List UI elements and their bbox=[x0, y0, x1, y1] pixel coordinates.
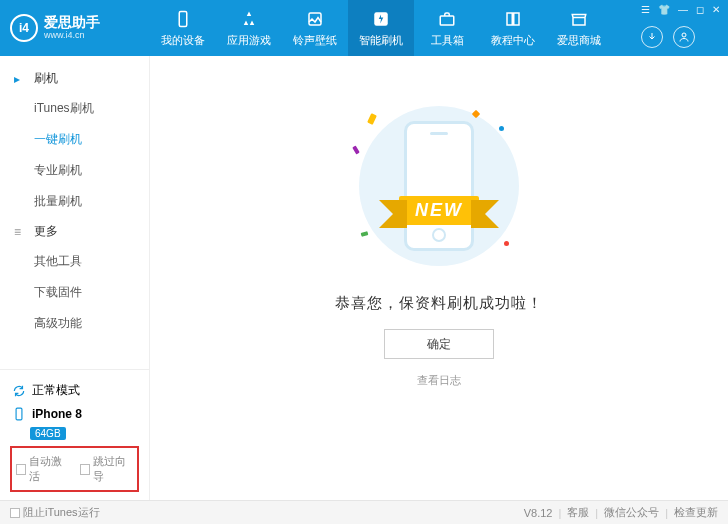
flash-icon bbox=[371, 9, 391, 29]
minimize-icon[interactable]: — bbox=[678, 4, 688, 15]
device-icon bbox=[12, 407, 26, 421]
svg-rect-0 bbox=[179, 11, 187, 26]
close-icon[interactable]: ✕ bbox=[712, 4, 720, 15]
sidebar-group-flash[interactable]: ▸ 刷机 bbox=[0, 64, 149, 93]
download-button[interactable] bbox=[641, 26, 663, 48]
checkbox-label: 跳过向导 bbox=[93, 454, 133, 484]
title-bar: i4 爱思助手 www.i4.cn 我的设备 应用游戏 铃声壁纸 智能刷机 bbox=[0, 0, 728, 56]
version-label: V8.12 bbox=[524, 507, 553, 519]
tab-apps-games[interactable]: 应用游戏 bbox=[216, 0, 282, 56]
refresh-icon bbox=[12, 384, 26, 398]
checkbox-icon bbox=[80, 464, 90, 475]
device-name-label: iPhone 8 bbox=[32, 407, 82, 421]
checkbox-icon bbox=[16, 464, 26, 475]
brand-title: 爱思助手 bbox=[44, 15, 100, 30]
mode-label: 正常模式 bbox=[32, 382, 80, 399]
apps-icon bbox=[239, 9, 259, 29]
tab-ringtone-wallpaper[interactable]: 铃声壁纸 bbox=[282, 0, 348, 56]
user-button[interactable] bbox=[673, 26, 695, 48]
sidebar-group-more[interactable]: ≡ 更多 bbox=[0, 217, 149, 246]
phone-icon bbox=[173, 9, 193, 29]
sidebar-item-pro-flash[interactable]: 专业刷机 bbox=[0, 155, 149, 186]
customer-service-link[interactable]: 客服 bbox=[567, 505, 589, 520]
tab-my-device[interactable]: 我的设备 bbox=[150, 0, 216, 56]
book-icon bbox=[503, 9, 523, 29]
phone-illustration-icon bbox=[404, 121, 474, 251]
toolbox-icon bbox=[437, 9, 457, 29]
tab-store[interactable]: 爱思商城 bbox=[546, 0, 612, 56]
ok-button[interactable]: 确定 bbox=[384, 329, 494, 359]
sidebar-item-oneclick-flash[interactable]: 一键刷机 bbox=[0, 124, 149, 155]
sidebar-item-batch-flash[interactable]: 批量刷机 bbox=[0, 186, 149, 217]
tab-smart-flash[interactable]: 智能刷机 bbox=[348, 0, 414, 56]
more-group-icon: ≡ bbox=[14, 225, 28, 239]
options-highlighted: 自动激活 跳过向导 bbox=[10, 446, 139, 492]
wechat-link[interactable]: 微信公众号 bbox=[604, 505, 659, 520]
device-mode[interactable]: 正常模式 bbox=[10, 378, 139, 403]
tab-tutorials[interactable]: 教程中心 bbox=[480, 0, 546, 56]
window-controls: ☰ 👕 — ◻ ✕ bbox=[641, 4, 720, 15]
settings-icon[interactable]: ☰ bbox=[641, 4, 650, 15]
brand-logo: i4 爱思助手 www.i4.cn bbox=[0, 14, 150, 42]
ribbon-new: NEW bbox=[399, 196, 479, 225]
sidebar-item-itunes-flash[interactable]: iTunes刷机 bbox=[0, 93, 149, 124]
success-message: 恭喜您，保资料刷机成功啦！ bbox=[335, 294, 543, 313]
tab-label: 智能刷机 bbox=[359, 33, 403, 48]
main-content: NEW 恭喜您，保资料刷机成功啦！ 确定 查看日志 bbox=[150, 56, 728, 500]
success-illustration: NEW bbox=[339, 96, 539, 276]
tab-toolbox[interactable]: 工具箱 bbox=[414, 0, 480, 56]
tab-label: 爱思商城 bbox=[557, 33, 601, 48]
flash-group-icon: ▸ bbox=[14, 72, 28, 86]
checkbox-auto-activate[interactable]: 自动激活 bbox=[16, 454, 70, 484]
checkbox-label: 阻止iTunes运行 bbox=[23, 505, 100, 520]
svg-point-4 bbox=[682, 33, 686, 37]
storage-badge: 64GB bbox=[30, 427, 66, 440]
sidebar-group-label: 更多 bbox=[34, 223, 58, 240]
sidebar-item-other-tools[interactable]: 其他工具 bbox=[0, 246, 149, 277]
view-log-link[interactable]: 查看日志 bbox=[417, 373, 461, 388]
checkbox-icon bbox=[10, 508, 20, 518]
tab-label: 教程中心 bbox=[491, 33, 535, 48]
checkbox-block-itunes[interactable]: 阻止iTunes运行 bbox=[10, 505, 100, 520]
checkbox-label: 自动激活 bbox=[29, 454, 69, 484]
status-bar: 阻止iTunes运行 V8.12 | 客服 | 微信公众号 | 检查更新 bbox=[0, 500, 728, 524]
sidebar-group-label: 刷机 bbox=[34, 70, 58, 87]
logo-icon: i4 bbox=[10, 14, 38, 42]
skin-icon[interactable]: 👕 bbox=[658, 4, 670, 15]
svg-rect-3 bbox=[440, 16, 454, 25]
sidebar-item-download-firmware[interactable]: 下载固件 bbox=[0, 277, 149, 308]
device-info[interactable]: iPhone 8 bbox=[10, 403, 139, 425]
checkbox-skip-wizard[interactable]: 跳过向导 bbox=[80, 454, 134, 484]
store-icon bbox=[569, 9, 589, 29]
sidebar-item-advanced[interactable]: 高级功能 bbox=[0, 308, 149, 339]
maximize-icon[interactable]: ◻ bbox=[696, 4, 704, 15]
tab-label: 我的设备 bbox=[161, 33, 205, 48]
check-update-link[interactable]: 检查更新 bbox=[674, 505, 718, 520]
sidebar: ▸ 刷机 iTunes刷机 一键刷机 专业刷机 批量刷机 ≡ 更多 其他工具 下… bbox=[0, 56, 150, 500]
main-tabs: 我的设备 应用游戏 铃声壁纸 智能刷机 工具箱 教程中心 bbox=[150, 0, 612, 56]
tab-label: 铃声壁纸 bbox=[293, 33, 337, 48]
wallpaper-icon bbox=[305, 9, 325, 29]
svg-rect-5 bbox=[16, 408, 22, 420]
tab-label: 应用游戏 bbox=[227, 33, 271, 48]
tab-label: 工具箱 bbox=[431, 33, 464, 48]
brand-subtitle: www.i4.cn bbox=[44, 31, 100, 41]
